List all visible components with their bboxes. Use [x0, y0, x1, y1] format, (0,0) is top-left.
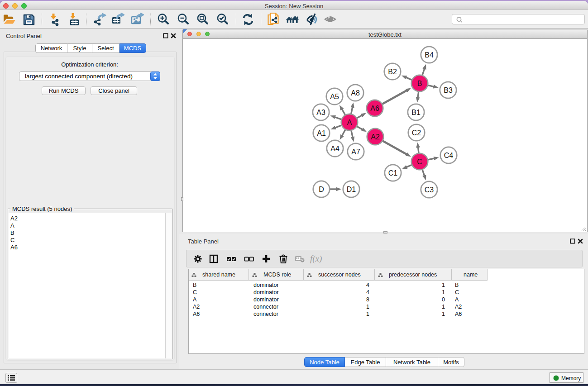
svg-text:f(x): f(x) — [310, 254, 322, 264]
svg-text:A3: A3 — [316, 109, 325, 116]
svg-text:A4: A4 — [330, 145, 339, 152]
svg-text:A: A — [347, 119, 352, 126]
svg-text:C4: C4 — [444, 152, 454, 159]
svg-text:B1: B1 — [411, 109, 421, 116]
svg-text:C3: C3 — [425, 186, 434, 194]
svg-text:B: B — [417, 80, 422, 87]
svg-text:B2: B2 — [388, 68, 397, 76]
svg-text:A1: A1 — [317, 129, 326, 137]
svg-text:D: D — [319, 186, 324, 193]
svg-text:A6: A6 — [370, 105, 379, 112]
svg-text:B3: B3 — [444, 86, 453, 94]
svg-text:C1: C1 — [388, 169, 398, 177]
svg-text:D1: D1 — [347, 186, 356, 193]
svg-text:A2: A2 — [371, 133, 380, 141]
svg-text:A5: A5 — [330, 93, 339, 100]
svg-text:C2: C2 — [412, 129, 421, 137]
svg-text:A8: A8 — [351, 89, 360, 97]
svg-text:C: C — [417, 158, 422, 166]
svg-text:B4: B4 — [425, 51, 434, 59]
svg-text:A7: A7 — [351, 148, 360, 156]
